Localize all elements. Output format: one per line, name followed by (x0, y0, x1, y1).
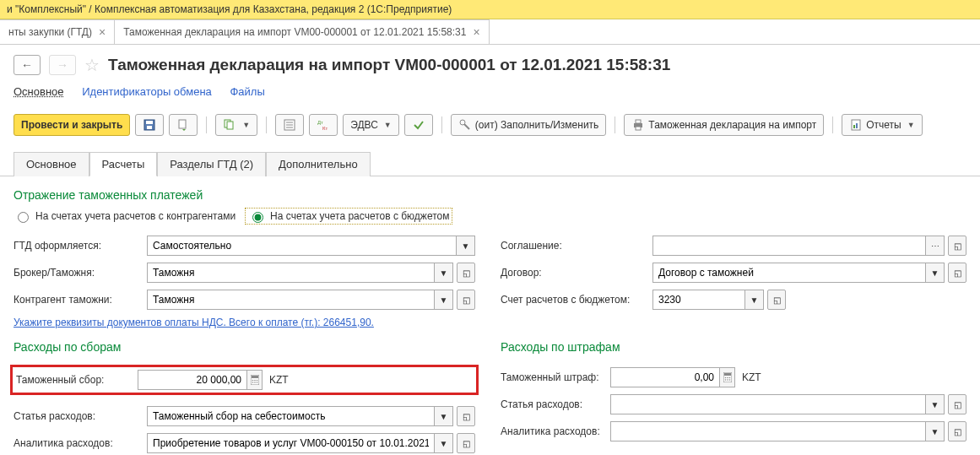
section-fines-title: Расходы по штрафам (501, 340, 966, 354)
open-icon[interactable]: ◱ (948, 263, 966, 283)
open-icon[interactable]: ◱ (457, 406, 475, 426)
contragent-input[interactable] (147, 290, 435, 310)
chevron-down-icon: ▼ (384, 121, 392, 129)
section-payments-title: Отражение таможенных платежей (14, 188, 966, 202)
svg-point-26 (254, 382, 256, 383)
nav-link-main[interactable]: Основное (14, 85, 64, 98)
doc-tab-declaration[interactable]: Таможенная декларация на импорт VM00-000… (115, 19, 489, 44)
nav-back-button[interactable]: ← (14, 55, 41, 75)
svg-rect-3 (179, 120, 186, 128)
nav-link-files[interactable]: Файлы (230, 85, 264, 98)
radio-contractor-accounts[interactable]: На счетах учета расчетов с контрагентами (14, 209, 236, 223)
nav-link-ids[interactable]: Идентификаторы обмена (82, 85, 212, 98)
vat-documents-link[interactable]: Укажите реквизиты документов оплаты НДС.… (14, 317, 966, 328)
tab-main[interactable]: Основное (14, 152, 89, 176)
analytics-left-field: Аналитика расходов: ▼ ◱ (14, 433, 475, 453)
svg-rect-18 (853, 125, 855, 128)
customs-fee-input[interactable] (138, 370, 247, 390)
favorite-star-icon[interactable]: ☆ (84, 55, 100, 75)
open-icon[interactable]: ◱ (457, 263, 475, 283)
dropdown-icon[interactable]: ▼ (435, 263, 453, 283)
dropdown-icon[interactable]: ▼ (926, 394, 945, 414)
broker-input[interactable] (147, 263, 435, 283)
svg-rect-19 (856, 123, 858, 128)
tab-gtd-sections[interactable]: Разделы ГТД (2) (157, 152, 266, 176)
radio-input[interactable] (18, 212, 29, 223)
dropdown-icon[interactable]: ▼ (435, 290, 453, 310)
field-label: Статья расходов: (501, 398, 610, 410)
open-icon[interactable]: ◱ (457, 290, 475, 310)
save-button[interactable] (135, 114, 164, 136)
analytics-input[interactable] (147, 433, 435, 453)
customs-fine-input[interactable] (610, 367, 720, 387)
separator (441, 116, 442, 133)
nav-forward-button[interactable]: → (49, 55, 76, 75)
open-icon[interactable]: ◱ (948, 236, 966, 256)
post-and-close-button[interactable]: Провести и закрыть (14, 114, 130, 136)
agreement-input[interactable] (652, 236, 926, 256)
post-button[interactable] (169, 114, 198, 136)
window-titlebar: и "Комплексный" / Комплексная автоматиза… (0, 0, 980, 19)
open-icon[interactable]: ◱ (948, 394, 966, 414)
dropdown-icon[interactable]: ▼ (435, 406, 453, 426)
accounting-mode-radio-group: На счетах учета расчетов с контрагентами… (14, 209, 966, 224)
open-icon[interactable]: ◱ (457, 433, 475, 453)
radio-input[interactable] (252, 212, 263, 223)
create-based-on-button[interactable]: ▼ (215, 114, 257, 136)
chevron-down-icon: ▼ (907, 121, 915, 129)
field-label: Соглашение: (501, 240, 652, 252)
list-icon (283, 118, 296, 132)
field-label: Таможенный сбор: (16, 374, 138, 386)
separator (832, 116, 833, 133)
button-label: ЭДВС (350, 119, 378, 131)
currency-label: KZT (742, 371, 761, 383)
fill-change-button[interactable]: (оит) Заполнить/Изменить (451, 114, 607, 136)
svg-point-33 (724, 379, 726, 381)
field-label: Статья расходов: (14, 410, 147, 422)
radio-budget-accounts[interactable]: На счетах учета расчетов с бюджетом (246, 209, 452, 224)
reports-button[interactable]: Отчеты ▼ (842, 114, 922, 136)
tab-additional[interactable]: Дополнительно (266, 152, 371, 176)
expense-item-input[interactable] (147, 406, 435, 426)
expense-item-input[interactable] (610, 394, 926, 414)
dtkt-icon: ДтКт (317, 118, 330, 132)
svg-text:Дт: Дт (317, 120, 323, 125)
open-icon[interactable]: ◱ (767, 290, 786, 310)
print-declaration-button[interactable]: Таможенная декларация на импорт (624, 114, 824, 136)
documents-icon (223, 118, 236, 132)
dropdown-icon[interactable]: ▼ (926, 421, 945, 441)
radio-label: На счетах учета расчетов с контрагентами (35, 210, 236, 222)
dropdown-icon[interactable]: ▼ (435, 433, 453, 453)
calculator-icon[interactable] (720, 367, 735, 387)
field-label: Аналитика расходов: (14, 437, 147, 449)
expense-item-right-field: Статья расходов: ▼ ◱ (501, 394, 966, 414)
currency-label: KZT (269, 374, 289, 386)
button-label: (оит) Заполнить/Изменить (475, 119, 599, 131)
more-icon[interactable]: ⋯ (926, 236, 945, 256)
svg-rect-15 (636, 120, 641, 123)
field-label: ГТД оформляется: (14, 240, 147, 252)
dropdown-icon[interactable]: ▼ (745, 290, 764, 310)
analytics-input[interactable] (610, 421, 926, 441)
customs-fine-field: Таможенный штраф: KZT (501, 367, 966, 387)
svg-rect-5 (227, 122, 233, 129)
dropdown-icon[interactable]: ▼ (457, 236, 475, 256)
budget-account-input[interactable] (652, 290, 745, 310)
open-icon[interactable]: ◱ (948, 421, 966, 441)
list-button[interactable] (275, 114, 304, 136)
contract-input[interactable] (652, 263, 926, 283)
close-icon[interactable]: × (99, 25, 106, 39)
approve-button[interactable] (404, 114, 433, 136)
dt-kt-button[interactable]: ДтКт (309, 114, 338, 136)
close-icon[interactable]: × (473, 25, 479, 39)
svg-point-31 (727, 377, 728, 379)
edvs-button[interactable]: ЭДВС ▼ (343, 114, 399, 136)
document-tabs: нты закупки (ГТД) × Таможенная деклараци… (0, 19, 980, 45)
tab-calculations[interactable]: Расчеты (89, 152, 158, 176)
svg-rect-29 (724, 373, 731, 376)
doc-tab-purchases[interactable]: нты закупки (ГТД) × (0, 19, 115, 44)
gtd-issued-input[interactable] (147, 236, 457, 256)
field-label: Договор: (501, 267, 652, 279)
dropdown-icon[interactable]: ▼ (926, 263, 945, 283)
calculator-icon[interactable] (247, 370, 263, 390)
